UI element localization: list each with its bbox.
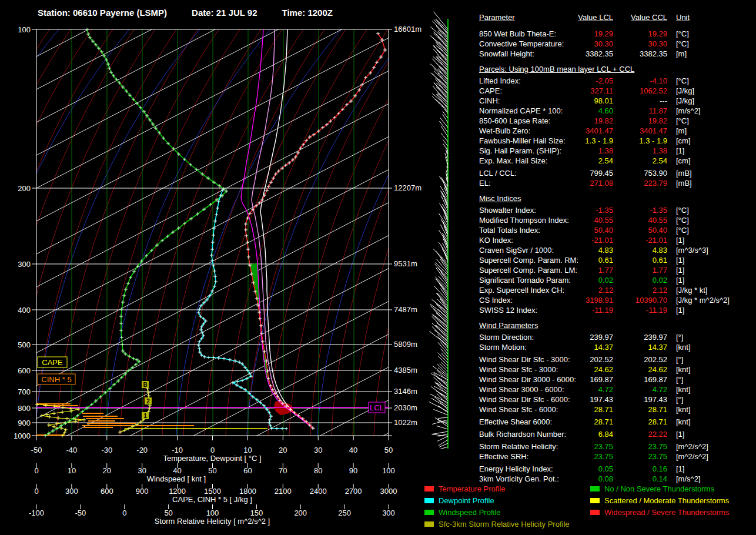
param-row: Storm Direction:239.97239.97[°] — [479, 333, 756, 343]
param-value-ccl: 19.82 — [479, 116, 667, 125]
axis-tick-label: 900 — [136, 487, 149, 496]
param-value-ccl: 2.12 — [479, 286, 667, 295]
axis-title: Windspeed [ knt ] — [147, 474, 206, 483]
param-value-ccl: 0.14 — [479, 474, 667, 483]
legend-item: No / Non Severe Thunderstorms — [590, 484, 714, 494]
param-row: Wind Shear 3000 - 6000:4.724.72[knt] — [479, 385, 756, 395]
sounding-app-window: { "title": {"station": "Station: 06610 P… — [0, 0, 756, 535]
param-row: EL:271.08223.79[mB] — [479, 179, 756, 189]
axis-tick-label: -30 — [101, 446, 112, 454]
param-row: Significant Tornado Param:0.020.02[1] — [479, 276, 756, 286]
param-row: Normalized CAPE * 100:4.6011.87[m/s^2] — [479, 106, 756, 116]
param-value-ccl: 4.83 — [479, 246, 667, 255]
parcel-curve-magenta — [241, 29, 313, 429]
legend-label: Windspeed Profile — [439, 508, 501, 517]
param-row: 850 Wet Bulb Theta-E:19.2919.29[°C] — [479, 29, 756, 39]
param-unit: [m] — [676, 49, 687, 58]
pressure-label: 800 — [18, 404, 31, 413]
axis-tick-label: 10 — [68, 466, 76, 475]
parameter-table: ParameterValue LCLValue CCLUnit850 Wet B… — [479, 0, 756, 482]
param-row: Lifted Index:-2.05-4.10[°C] — [479, 76, 756, 86]
param-unit: [°C] — [676, 116, 689, 125]
param-unit: [J/kg] — [676, 86, 694, 95]
param-row: Effective Shear 6000:28.7128.71[knt] — [479, 417, 756, 427]
param-row: CS Index:3198.9110390.70[J/kg * m^2/s^2] — [479, 296, 756, 306]
param-row: Wet-Bulb Zero:3401.473401.47[m] — [479, 126, 756, 136]
param-unit: [cm] — [676, 136, 691, 145]
param-value-ccl: 11.87 — [479, 106, 667, 115]
param-row: LCL / CCL:799.45753.90[mB] — [479, 169, 756, 179]
axis-title: Storm Relative Helicity [ m^2/s^2 ] — [155, 517, 270, 526]
legend-label: Widespread / Severe Thunderstorms — [604, 508, 729, 517]
param-row: CAPE:327.111062.52[J/kg] — [479, 86, 756, 96]
axis-tick-label: 250 — [338, 509, 351, 517]
param-row: KO Index:-21.01-21.01[1] — [479, 236, 756, 246]
axis-title: CAPE, CINH * 5 [ J/kg ] — [172, 495, 252, 504]
parcel-curves — [241, 29, 315, 429]
param-unit: [°C] — [676, 76, 689, 85]
legend-item: Temperature Profile — [424, 484, 505, 494]
pressure-label: 300 — [18, 260, 31, 269]
axis-tick-label: 30 — [314, 446, 322, 454]
height-label: 4385m — [394, 366, 417, 374]
legend-swatch-icon — [424, 486, 434, 491]
legend-item: Sfc-3km Storm Relative Helicity Profile — [424, 520, 570, 529]
axis-tick-label: 1200 — [169, 487, 186, 496]
param-row: Exp. Max. Hail Size:2.542.54[cm] — [479, 156, 756, 166]
axis-tick-label: 40 — [173, 466, 181, 475]
axis-tick-label: 100 — [206, 509, 219, 517]
param-unit: [knt] — [676, 417, 691, 426]
param-row: Supercell Comp. Param. LM:1.771.77[1] — [479, 266, 756, 276]
bottom-axes: -50-40-30-20-1001020304050Temperature, D… — [29, 436, 397, 526]
wind-barb-column — [429, 12, 448, 449]
km-marker-label: 2 — [146, 398, 150, 404]
legend-item: Widespread / Severe Thunderstorms — [590, 508, 729, 517]
axis-tick-label: 20 — [103, 466, 111, 475]
legend-swatch-icon — [590, 498, 600, 503]
legend-item: Windspeed Profile — [424, 508, 501, 517]
param-value-ccl: 1.77 — [479, 266, 667, 275]
param-unit: [J/kg * kt] — [676, 286, 707, 295]
moist-adiabat-line — [0, 29, 7, 436]
param-row: CINH:98.01---[J/kg] — [479, 96, 756, 106]
param-unit: [m^2/s^2] — [676, 452, 708, 461]
legend-item: Scattered / Moderate Thunderstorms — [590, 496, 729, 506]
param-unit: [cm] — [676, 156, 691, 165]
param-unit: [1] — [676, 146, 684, 155]
axis-tick-label: 60 — [243, 466, 252, 475]
axis-tick-label: 1800 — [239, 487, 256, 496]
section-header: Misc Indices — [479, 194, 521, 203]
param-value-ccl: -21.01 — [479, 236, 667, 245]
pressure-label: 100 — [18, 25, 31, 34]
pressure-label: 700 — [18, 387, 31, 396]
param-value-ccl: 3382.35 — [479, 49, 667, 58]
param-unit: [knt] — [676, 365, 691, 374]
axis-tick-label: -20 — [136, 446, 148, 454]
param-value-ccl: 0.61 — [479, 256, 667, 265]
param-unit: [J/kg] — [676, 96, 694, 105]
pressure-label: 900 — [18, 419, 31, 427]
param-row: 850-600 Lapse Rate:19.8219.82[°C] — [479, 116, 756, 126]
param-value-ccl: 3401.47 — [479, 126, 667, 135]
legend-label: Sfc-3km Storm Relative Helicity Profile — [439, 520, 570, 529]
param-unit: [knt] — [676, 343, 691, 352]
param-unit: [1] — [676, 464, 684, 473]
humidity-line — [317, 29, 476, 436]
param-unit: [m/s^2] — [676, 474, 701, 483]
column-header: Value CCL — [479, 13, 667, 22]
param-row: Effective SRH:23.7523.75[m^2/s^2] — [479, 452, 756, 462]
param-unit: [knt] — [676, 405, 691, 414]
param-value-ccl: 28.71 — [479, 417, 667, 426]
axis-tick-label: 40 — [349, 446, 357, 454]
param-unit: [°] — [676, 375, 683, 384]
axis-tick-label: -10 — [172, 446, 183, 454]
param-row: Bulk Richardson Number:6.8422.22[1] — [479, 430, 756, 440]
legend-swatch-icon — [590, 510, 600, 515]
param-row: Fawbush-Miller Hail Size:1.3 - 1.91.3 - … — [479, 136, 756, 146]
axis-tick-label: 300 — [382, 509, 395, 517]
param-value-ccl: -1.35 — [479, 206, 667, 215]
param-unit: [mB] — [676, 179, 692, 188]
parcel-curve-violet — [252, 29, 313, 429]
legend-label: Dewpoint Profile — [439, 496, 494, 505]
pressure-label: 400 — [18, 306, 31, 315]
